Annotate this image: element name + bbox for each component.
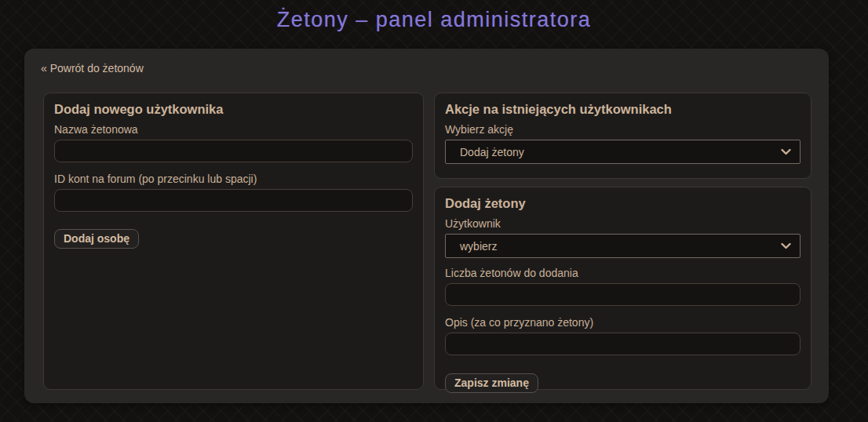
add-tokens-panel-title: Dodaj żetony — [445, 196, 801, 211]
action-select-value: Dodaj żetony — [460, 146, 524, 158]
token-name-label: Nazwa żetonowa — [54, 123, 413, 136]
user-label: Użytkownik — [445, 217, 801, 230]
token-amount-label: Liczba żetonów do dodania — [445, 267, 801, 279]
chevron-down-icon — [781, 242, 791, 249]
page-title: Żetony – panel administratora — [0, 8, 868, 32]
forum-ids-input[interactable] — [54, 189, 413, 212]
actions-panel-title: Akcje na istniejących użytkownikach — [445, 102, 801, 117]
description-input[interactable] — [445, 333, 801, 355]
chevron-down-icon — [781, 148, 791, 155]
choose-action-label: Wybierz akcję — [445, 123, 801, 136]
add-person-button[interactable]: Dodaj osobę — [54, 229, 139, 249]
forum-ids-label: ID kont na forum (po przecinku lub spacj… — [54, 173, 413, 185]
token-name-input[interactable] — [54, 140, 413, 162]
main-card: « Powrót do żetonów Dodaj nowego użytkow… — [24, 49, 829, 403]
add-user-panel-title: Dodaj nowego użytkownika — [54, 102, 413, 117]
add-tokens-panel: Dodaj żetony Użytkownik wybierz Liczba ż… — [434, 187, 811, 390]
actions-panel: Akcje na istniejących użytkownikach Wybi… — [434, 93, 811, 179]
back-link[interactable]: « Powrót do żetonów — [41, 62, 144, 75]
add-user-panel: Dodaj nowego użytkownika Nazwa żetonowa … — [43, 93, 424, 390]
user-select-value: wybierz — [460, 240, 497, 253]
user-select[interactable]: wybierz — [445, 234, 801, 258]
save-change-button[interactable]: Zapisz zmianę — [445, 373, 538, 393]
action-select[interactable]: Dodaj żetony — [445, 140, 801, 164]
token-amount-input[interactable] — [445, 283, 801, 306]
description-label: Opis (za co przyznano żetony) — [445, 316, 801, 329]
